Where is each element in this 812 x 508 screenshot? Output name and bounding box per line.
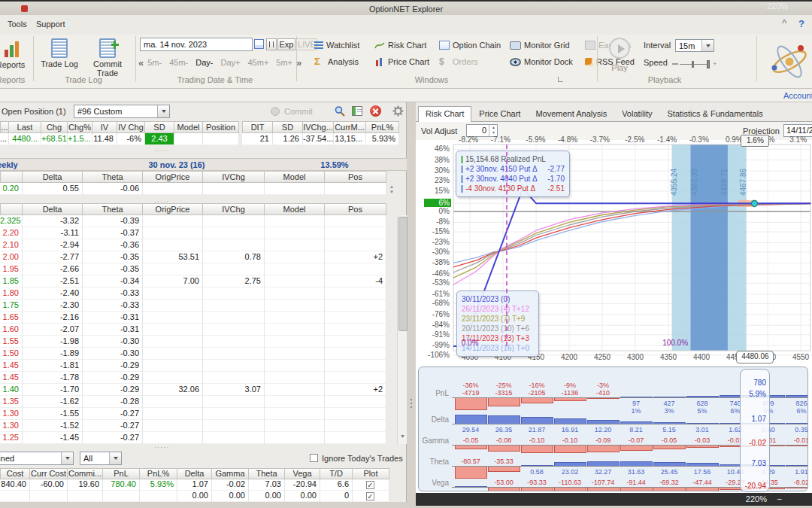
table-cell[interactable] — [265, 251, 325, 263]
table-cell[interactable]: -0.34 — [83, 275, 143, 287]
table-cell[interactable]: 0 — [320, 491, 353, 502]
table-cell[interactable]: 780.40 — [103, 479, 140, 491]
table-cell[interactable]: 53.51 — [143, 251, 203, 263]
table-cell[interactable]: -0.37 — [83, 227, 143, 239]
table-cell[interactable] — [143, 183, 203, 195]
table-cell[interactable]: -0.31 — [83, 324, 143, 336]
close-position-icon[interactable] — [370, 105, 381, 117]
reports-button[interactable]: Reports — [0, 60, 33, 69]
windows-button-price-chart[interactable]: Price Chart — [374, 56, 439, 68]
table-cell[interactable]: -0.35 — [83, 251, 143, 263]
table-cell[interactable] — [143, 300, 203, 312]
table-cell[interactable]: -0.28 — [83, 396, 143, 408]
table-cell[interactable] — [203, 396, 265, 408]
table-cell[interactable]: 1.26 — [273, 133, 303, 145]
table-cell[interactable] — [265, 324, 325, 336]
table-cell[interactable] — [143, 360, 203, 372]
table-cell[interactable] — [203, 183, 265, 195]
table-cell[interactable] — [325, 408, 386, 420]
table-cell[interactable]: 21 — [242, 133, 273, 145]
table-cell[interactable] — [140, 491, 177, 502]
table-cell[interactable]: 4480... — [9, 133, 41, 145]
table-cell[interactable]: 7.00 — [143, 275, 203, 287]
table-cell[interactable]: -4 — [325, 275, 386, 287]
table-cell[interactable] — [325, 396, 386, 408]
table-cell[interactable]: 2.75 — [203, 275, 265, 287]
table-cell[interactable]: 1.40 — [0, 384, 23, 396]
windows-dialog-launcher-icon[interactable] — [558, 77, 563, 82]
nav-45m-minus[interactable]: 45m- — [169, 58, 188, 67]
table-cell[interactable]: -1.89 — [23, 348, 83, 360]
table-cell[interactable] — [325, 372, 386, 384]
table-cell[interactable] — [265, 432, 325, 444]
table-cell[interactable]: 32.06 — [143, 384, 203, 396]
table-cell[interactable] — [203, 300, 265, 312]
table-cell[interactable]: 840.40 — [0, 479, 30, 491]
tab-price-chart[interactable]: Price Chart — [471, 105, 528, 122]
nav-day-plus[interactable]: Day+ — [220, 58, 240, 67]
table-cell[interactable] — [265, 348, 325, 360]
table-cell[interactable]: -1.98 — [23, 336, 83, 348]
table-cell[interactable] — [325, 348, 386, 360]
spinner-arrows-icon[interactable]: ▲▼ — [489, 125, 498, 136]
table-cell[interactable] — [143, 432, 203, 444]
table-cell[interactable] — [325, 215, 386, 227]
splitter-dots[interactable]: ····· — [154, 148, 169, 153]
table-cell[interactable]: -2.66 — [23, 263, 83, 275]
table-cell[interactable]: 0.00 — [177, 491, 212, 502]
table-cell[interactable]: +68.51 — [41, 133, 68, 145]
speed-slider[interactable]: + — [672, 60, 716, 68]
table-cell[interactable]: 1.80 — [0, 287, 23, 300]
tab-statistics-fundamentals[interactable]: Statistics & Fundamentals — [660, 105, 771, 122]
collapse-ribbon-icon[interactable]: ^ — [782, 18, 786, 27]
tab-volatility[interactable]: Volatility — [614, 105, 659, 122]
table-cell[interactable]: 5.93% — [140, 479, 177, 491]
settings-gear-icon[interactable] — [392, 105, 404, 117]
table-cell[interactable] — [143, 420, 203, 432]
play-button[interactable] — [609, 38, 630, 59]
table-cell[interactable] — [203, 420, 265, 432]
table-cell[interactable]: 2.10 — [0, 239, 23, 251]
table-cell[interactable]: 1.65 — [0, 312, 23, 324]
table-cell[interactable] — [265, 183, 325, 195]
table-cell[interactable]: -1.70 — [23, 384, 83, 396]
table-cell[interactable]: -2.40 — [23, 287, 83, 300]
table-cell[interactable] — [265, 372, 325, 384]
table-cell[interactable] — [203, 263, 265, 275]
table-cell[interactable] — [325, 300, 386, 312]
expiry-header[interactable]: Weekly 30 nov. 23 (16) 13.59% — [0, 158, 407, 171]
table-cell[interactable] — [203, 360, 265, 372]
table-cell[interactable]: -1.55 — [23, 408, 83, 420]
table-cell[interactable] — [265, 420, 325, 432]
table-cell[interactable]: -2.94 — [23, 239, 83, 251]
table-cell[interactable]: -1.81 — [23, 360, 83, 372]
table-cell[interactable] — [143, 324, 203, 336]
table-cell[interactable] — [325, 239, 386, 251]
table-cell[interactable] — [143, 408, 203, 420]
table-cell[interactable]: -0.06 — [83, 183, 143, 195]
table-cell[interactable] — [143, 239, 203, 251]
windows-button-option-chain[interactable]: Option Chain — [439, 39, 510, 51]
exp-button[interactable]: Exp — [277, 38, 295, 50]
interval-dropdown[interactable]: 15m — [675, 39, 714, 52]
plot-checkbox[interactable]: ✓ — [366, 481, 374, 489]
table-cell[interactable]: -2.16 — [23, 312, 83, 324]
table-cell[interactable] — [203, 336, 265, 348]
table-cell[interactable]: -0.30 — [83, 348, 143, 360]
table-cell[interactable]: 1.55 — [0, 336, 23, 348]
table-cell[interactable] — [265, 408, 325, 420]
table-cell[interactable]: 19.60 — [68, 479, 103, 491]
windows-button-risk-chart[interactable]: Risk Chart — [374, 39, 439, 51]
table-cell[interactable]: 1.45 — [0, 360, 23, 372]
table-cell[interactable]: 6.6 — [320, 479, 353, 491]
table-cell[interactable] — [265, 336, 325, 348]
table-cell[interactable] — [265, 360, 325, 372]
table-cell[interactable]: 1.75 — [0, 300, 23, 312]
panel-splitter[interactable] — [407, 102, 416, 502]
table-cell[interactable] — [203, 133, 239, 145]
table-cell[interactable] — [30, 491, 68, 502]
table-cell[interactable]: -0.29 — [83, 372, 143, 384]
table-cell[interactable] — [143, 287, 203, 300]
zoom-level[interactable]: 220% — [746, 494, 767, 503]
table-cell[interactable] — [203, 215, 265, 227]
